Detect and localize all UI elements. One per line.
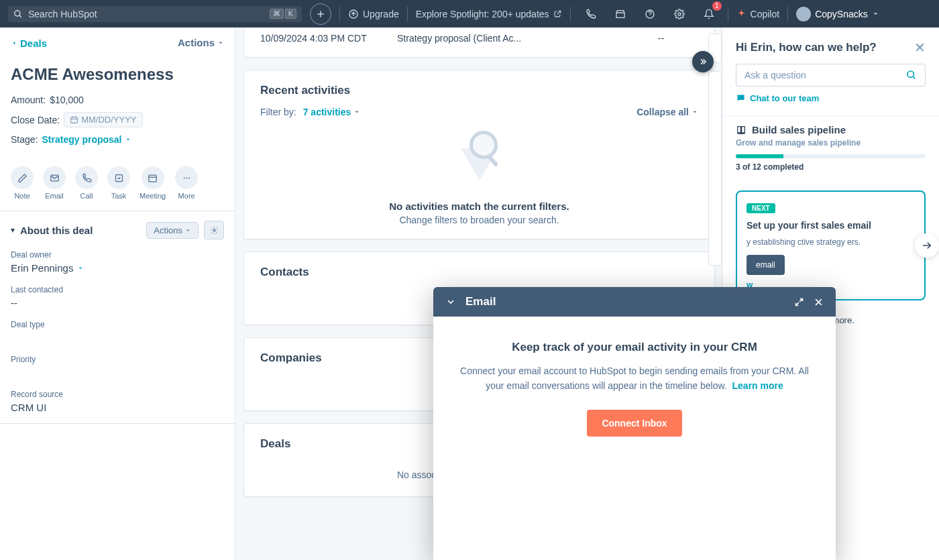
copilot-button[interactable]: Copilot	[736, 9, 780, 19]
chevron-down-icon	[445, 296, 456, 307]
expand-icon	[794, 297, 804, 307]
svg-point-18	[213, 229, 215, 231]
pencil-icon	[17, 173, 27, 183]
settings-icon-button[interactable]	[669, 3, 690, 25]
deal-owner-select[interactable]: Erin Pennings	[11, 262, 84, 274]
qa-task[interactable]: Task	[107, 166, 130, 200]
notification-count: 1	[712, 1, 722, 11]
help-icon-button[interactable]	[639, 3, 661, 25]
arrow-right-icon	[921, 239, 933, 251]
svg-rect-7	[71, 117, 78, 123]
marketplace-icon-button[interactable]	[610, 3, 631, 25]
deal-actions-dropdown[interactable]: Actions	[178, 37, 224, 48]
progress-text: 3 of 12 completed	[736, 162, 926, 172]
history-card: 10/09/2024 4:03 PM CDT Strategy proposal…	[243, 27, 715, 58]
ticket-body: y establishing ctive strategy ers.	[747, 236, 915, 248]
next-step-card: NEXT Set up your first sales email y est…	[736, 190, 926, 300]
chevron-down-icon	[353, 109, 360, 115]
phone-icon-button[interactable]	[580, 3, 602, 25]
close-date-input[interactable]: MM/DD/YYYY	[64, 112, 142, 127]
learn-more-link[interactable]: Learn more	[732, 380, 783, 391]
phone-icon	[82, 173, 92, 183]
guide-subtitle: Grow and manage sales pipeline	[736, 138, 926, 148]
empty-illustration	[449, 131, 510, 191]
close-date-row: Close Date: MM/DD/YYYY	[11, 112, 224, 127]
close-modal-button[interactable]	[814, 297, 824, 307]
divider	[0, 423, 235, 424]
qa-meeting[interactable]: Meeting	[140, 166, 166, 200]
empty-subtitle: Change filters to broaden your search.	[260, 215, 698, 225]
progress-fill	[736, 154, 783, 158]
history-row: 10/09/2024 4:03 PM CDT Strategy proposal…	[260, 33, 698, 44]
external-link-icon	[553, 9, 562, 18]
empty-title: No activities match the current filters.	[260, 201, 698, 212]
svg-point-17	[188, 177, 190, 178]
next-card-arrow[interactable]	[915, 233, 939, 258]
qa-email[interactable]: Email	[43, 166, 66, 200]
svg-point-16	[186, 177, 187, 178]
close-help-button[interactable]: ✕	[914, 40, 926, 56]
minimize-modal-button[interactable]	[445, 296, 456, 307]
plus-icon	[316, 9, 325, 19]
upgrade-icon	[348, 9, 359, 19]
nav-divider	[407, 7, 408, 21]
email-compose-modal: Email Keep track of your email activity …	[433, 287, 836, 560]
recent-activities-card: Recent activities Filter by: 7 activitie…	[243, 70, 715, 239]
dots-icon	[182, 173, 192, 183]
ticket-cta[interactable]: email	[747, 255, 785, 275]
expand-panel-button[interactable]	[692, 51, 714, 72]
help-search[interactable]	[736, 64, 926, 87]
field-priority: Priority	[11, 355, 224, 379]
create-button[interactable]	[310, 3, 331, 25]
about-actions-button[interactable]: Actions	[146, 222, 199, 239]
kbd-shortcut: ⌘ K	[270, 9, 296, 19]
qa-note[interactable]: Note	[11, 166, 34, 200]
back-deals-link[interactable]: Deals	[11, 38, 47, 49]
calendar-icon	[70, 115, 78, 124]
about-heading: About this deal	[20, 225, 141, 236]
spotlight-link[interactable]: Explore Spotlight: 200+ updates	[416, 9, 562, 19]
collapsed-card-sliver	[708, 71, 722, 266]
svg-point-19	[907, 71, 914, 77]
search-icon	[906, 70, 917, 80]
global-search[interactable]: ⌘ K	[8, 6, 302, 22]
about-collapse-toggle[interactable]: ▾	[11, 225, 15, 235]
chevron-down-icon	[125, 136, 131, 143]
search-input[interactable]	[28, 9, 264, 19]
connect-inbox-button[interactable]: Connect Inbox	[587, 410, 681, 437]
chevron-down-icon	[185, 227, 191, 233]
chevron-down-icon	[692, 109, 698, 115]
svg-line-1	[19, 15, 21, 17]
help-search-input[interactable]	[744, 70, 906, 80]
chat-team-link[interactable]: Chat to our team	[736, 93, 926, 103]
upgrade-button[interactable]: Upgrade	[348, 9, 399, 19]
expand-modal-button[interactable]	[794, 297, 804, 307]
collapse-all-button[interactable]: Collapse all	[637, 107, 698, 117]
filter-dropdown[interactable]: 7 activities	[303, 107, 361, 117]
double-chevron-right-icon	[698, 57, 708, 66]
checklist-icon	[114, 173, 124, 183]
chevron-down-icon	[217, 40, 224, 46]
chevron-left-icon	[11, 40, 17, 46]
qa-more[interactable]: More	[175, 166, 198, 200]
phone-icon	[586, 9, 596, 19]
field-deal-type: Deal type	[11, 320, 224, 344]
amount-row: Amount: $10,000	[11, 95, 224, 105]
svg-point-15	[183, 177, 184, 178]
chat-icon	[736, 93, 746, 103]
account-menu[interactable]: CopySnacks	[796, 7, 879, 21]
nav-divider	[728, 7, 728, 21]
avatar	[796, 7, 811, 21]
field-deal-owner: Deal owner Erin Pennings	[11, 250, 224, 274]
book-icon	[736, 125, 747, 135]
nav-divider	[570, 7, 571, 21]
notifications-button[interactable]: 1	[698, 3, 720, 25]
about-settings-button[interactable]	[204, 221, 224, 239]
stage-dropdown[interactable]: Strategy proposal	[42, 134, 131, 145]
nav-divider	[787, 7, 788, 21]
stage-row: Stage: Strategy proposal	[11, 134, 224, 145]
svg-point-0	[15, 10, 20, 15]
gear-icon	[210, 226, 219, 235]
qa-call[interactable]: Call	[75, 166, 98, 200]
close-icon	[814, 297, 824, 307]
